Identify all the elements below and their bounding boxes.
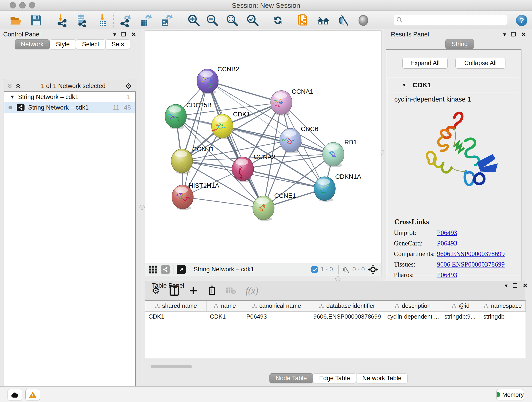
collection-label: String Network – cdk1 <box>18 94 79 101</box>
export-network-icon[interactable] <box>119 14 133 27</box>
tab-edge-table[interactable]: Edge Table <box>313 373 356 383</box>
import-table-icon[interactable] <box>95 14 109 27</box>
network-node-cdkn1a[interactable] <box>314 177 336 202</box>
cdk1-entry: ▼ CDK1 cyclin-dependent kinase 1 <box>388 78 519 275</box>
expander-triangle-icon[interactable]: ▼ <box>10 94 15 100</box>
cloud-icon <box>10 392 19 398</box>
panel-close-icon[interactable]: ✕ <box>131 31 136 38</box>
cdk1-entry-header[interactable]: ▼ CDK1 <box>388 78 519 92</box>
crosslink-link[interactable]: 9606.ENSP00000378699 <box>437 250 505 257</box>
open-session-icon[interactable] <box>9 14 23 27</box>
panel-menu-icon[interactable]: ▾ <box>505 282 508 289</box>
network-collection-row[interactable]: ▼ String Network – cdk1 1 <box>4 92 135 102</box>
table-row[interactable]: CDK1CDK1P064939606.ENSP00000378699cyclin… <box>145 312 526 322</box>
warning-icon <box>29 391 37 399</box>
table-header-row: shared namenamecanonical namedatabase id… <box>145 301 526 312</box>
detach-view-icon[interactable]: ↗ <box>177 265 186 274</box>
table-panel-title: Table Panel <box>152 282 184 289</box>
column-header-namespace[interactable]: namespace <box>480 301 526 311</box>
node-table: shared namenamecanonical namedatabase id… <box>145 300 526 358</box>
horizontal-splitter-grip[interactable] <box>336 276 341 281</box>
network-node-cdc6[interactable] <box>280 128 301 153</box>
tab-node-table[interactable]: Node Table <box>269 373 313 383</box>
column-header-database-identifier[interactable]: database identifier <box>310 301 384 311</box>
network-view-title: String Network – cdk1 <box>194 266 254 273</box>
refresh-icon[interactable] <box>271 14 285 27</box>
tab-network-table[interactable]: Network Table <box>356 373 408 383</box>
expand-all-chevron-icon[interactable] <box>15 83 22 89</box>
network-canvas[interactable]: CCNB2CCNA1CDC25BCDK1CDC6RB1CCNB1CCNA2CDK… <box>145 31 381 263</box>
options-gear-icon[interactable]: ⚙ <box>125 81 132 90</box>
crosslinks-title: CrossLinks <box>394 218 429 226</box>
results-panel-title: Results Panel <box>391 31 429 38</box>
crosslink-link[interactable]: P06493 <box>437 240 457 247</box>
warning-button[interactable] <box>25 389 40 400</box>
cloud-button[interactable] <box>7 389 22 400</box>
panel-float-icon[interactable]: ❒ <box>511 32 516 38</box>
panel-menu-icon[interactable]: ▾ <box>503 31 506 38</box>
control-panel: Control Panel ▾ ❒ ✕ NetworkStyleSelectSe… <box>0 29 142 385</box>
selected-checkbox-icon[interactable] <box>311 266 318 273</box>
delete-table-icon <box>226 287 236 294</box>
tab-sets[interactable]: Sets <box>105 39 130 49</box>
vertical-splitter-grip[interactable] <box>139 205 145 210</box>
network-chip-icon[interactable] <box>161 265 170 274</box>
help-icon[interactable]: ? <box>515 14 529 27</box>
show-graphics-icon[interactable] <box>356 14 370 27</box>
zoom-out-icon[interactable] <box>206 14 219 27</box>
network-row-selected[interactable]: String Network – cdk1 11 48 <box>4 102 135 113</box>
share-document-icon[interactable] <box>296 14 310 27</box>
entry-expander-icon[interactable]: ▼ <box>402 82 407 88</box>
expand-all-button[interactable]: Expand All <box>402 58 448 69</box>
panel-close-icon[interactable]: ✕ <box>523 282 528 289</box>
column-header-description[interactable]: description <box>384 301 441 311</box>
search-box[interactable] <box>394 15 507 25</box>
grid-view-icon[interactable] <box>149 265 158 274</box>
panel-close-icon[interactable]: ✕ <box>521 31 526 38</box>
crosslink-link[interactable]: 9606.ENSP00000378699 <box>437 261 505 268</box>
network-node-cdc25b[interactable] <box>165 104 186 129</box>
hide-graphics-icon[interactable] <box>336 14 350 27</box>
export-image-icon[interactable] <box>159 14 173 27</box>
column-header-label: canonical name <box>259 302 301 309</box>
network-node-ccnb2[interactable] <box>197 69 218 94</box>
network-node-ccne1[interactable] <box>253 196 274 221</box>
search-input[interactable] <box>403 16 502 24</box>
zoom-in-icon[interactable] <box>187 14 201 27</box>
import-network-database-icon[interactable] <box>75 14 88 27</box>
tab-style[interactable]: Style <box>50 39 76 49</box>
tab-string[interactable]: String <box>445 39 474 49</box>
zoom-selected-icon[interactable] <box>246 14 260 27</box>
memory-button[interactable]: Memory <box>496 389 524 400</box>
search-icon <box>396 17 403 23</box>
panel-float-icon[interactable]: ❒ <box>121 32 126 38</box>
column-header-canonical-name[interactable]: canonical name <box>243 301 310 311</box>
table-body: CDK1CDK1P064939606.ENSP00000378699cyclin… <box>145 312 526 322</box>
horizontal-scrollbar[interactable] <box>151 365 192 368</box>
export-table-icon[interactable] <box>139 14 153 27</box>
status-bar: Memory <box>0 386 532 402</box>
column-header-@id[interactable]: @id <box>441 301 480 311</box>
crosslink-link[interactable]: P06493 <box>437 271 457 279</box>
tab-select[interactable]: Select <box>76 39 105 49</box>
network-node-ccna1[interactable] <box>271 90 292 115</box>
save-session-icon[interactable] <box>29 14 43 27</box>
zoom-fit-icon[interactable] <box>225 14 239 27</box>
hidden-eye-icon[interactable] <box>342 266 350 273</box>
control-panel-tabs: NetworkStyleSelectSets <box>15 39 130 49</box>
panel-menu-icon[interactable]: ▾ <box>113 31 116 38</box>
collapse-all-button[interactable]: Collapse All <box>456 58 505 69</box>
home-pages-icon[interactable] <box>317 14 330 27</box>
column-header-shared-name[interactable]: shared name <box>145 301 207 311</box>
tab-network[interactable]: Network <box>15 39 50 49</box>
collapse-all-chevron-icon[interactable] <box>6 83 13 89</box>
birdseye-crosshair-icon[interactable] <box>368 264 378 274</box>
panel-float-icon[interactable]: ❒ <box>513 283 518 289</box>
crosslink-label: Pharos: <box>388 271 437 279</box>
import-network-file-icon[interactable] <box>55 14 69 27</box>
network-node-rb1[interactable] <box>323 142 344 167</box>
crosslink-link[interactable]: P06493 <box>437 229 457 236</box>
column-header-name[interactable]: name <box>207 301 243 311</box>
network-node-ccnb1[interactable] <box>171 149 193 174</box>
network-graph: CCNB2CCNA1CDC25BCDK1CDC6RB1CCNB1CCNA2CDK… <box>145 31 381 263</box>
